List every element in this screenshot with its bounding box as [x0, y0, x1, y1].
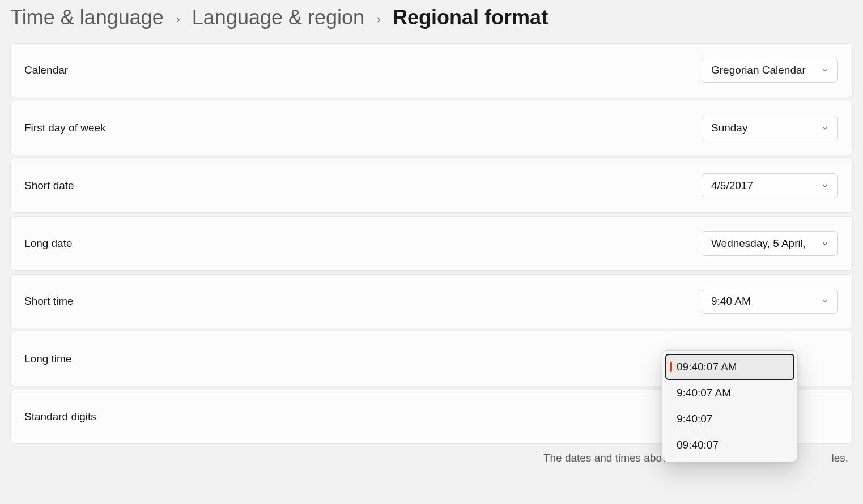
dropdown-short-date[interactable]: 4/5/2017: [702, 173, 838, 198]
row-label-calendar: Calendar: [24, 64, 68, 76]
row-label-standard-digits: Standard digits: [24, 411, 96, 423]
dropdown-value: Wednesday, 5 April,: [711, 237, 806, 250]
row-label-short-time: Short time: [24, 295, 74, 307]
popup-item[interactable]: 9:40:07: [665, 406, 794, 432]
chevron-right-icon: [174, 10, 182, 28]
breadcrumb-current: Regional format: [393, 6, 548, 29]
row-label-short-date: Short date: [24, 180, 74, 192]
footer-text-right: les.: [831, 452, 848, 464]
chevron-down-icon: [821, 66, 829, 74]
chevron-down-icon: [821, 297, 829, 305]
breadcrumb-time-language[interactable]: Time & language: [10, 6, 164, 29]
dropdown-value: Sunday: [711, 122, 747, 134]
dropdown-short-time[interactable]: 9:40 AM: [702, 289, 838, 314]
chevron-down-icon: [821, 124, 829, 132]
row-label-long-time: Long time: [24, 353, 71, 365]
dropdown-popup-long-time: 09:40:07 AM 9:40:07 AM 9:40:07 09:40:07: [662, 350, 798, 462]
popup-item[interactable]: 09:40:07: [665, 432, 794, 458]
dropdown-long-date[interactable]: Wednesday, 5 April,: [702, 231, 838, 256]
row-long-date: Long date Wednesday, 5 April,: [10, 216, 853, 271]
row-label-first-day: First day of week: [24, 122, 106, 134]
dropdown-value: 4/5/2017: [711, 180, 753, 192]
breadcrumb: Time & language Language & region Region…: [0, 0, 863, 43]
dropdown-value: 9:40 AM: [711, 295, 751, 307]
dropdown-calendar[interactable]: Gregorian Calendar: [702, 58, 838, 83]
popup-item-selected[interactable]: 09:40:07 AM: [665, 354, 794, 380]
row-calendar: Calendar Gregorian Calendar: [10, 43, 853, 97]
chevron-right-icon: [375, 10, 382, 28]
popup-item[interactable]: 9:40:07 AM: [665, 380, 794, 406]
dropdown-first-day[interactable]: Sunday: [702, 116, 838, 140]
row-first-day: First day of week Sunday: [10, 101, 853, 155]
row-short-time: Short time 9:40 AM: [10, 274, 853, 328]
row-label-long-date: Long date: [24, 237, 73, 250]
breadcrumb-language-region[interactable]: Language & region: [192, 6, 364, 29]
chevron-down-icon: [821, 182, 829, 190]
dropdown-value: Gregorian Calendar: [711, 64, 806, 76]
chevron-down-icon: [821, 240, 829, 247]
row-short-date: Short date 4/5/2017: [10, 159, 853, 213]
